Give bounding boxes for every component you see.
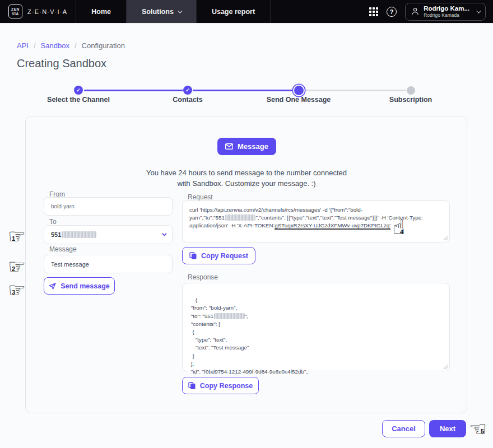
hand-right-icon: ☞ bbox=[8, 225, 26, 248]
info-text-line1: You have 24 hours to send message to the… bbox=[0, 169, 493, 177]
annotation-pointer-5: ☜ 5 bbox=[469, 419, 487, 439]
copy-request-label: Copy Request bbox=[201, 252, 248, 260]
send-message-label: Send message bbox=[61, 282, 110, 290]
message-channel-label: Message bbox=[238, 142, 268, 151]
chevron-down-icon bbox=[476, 8, 481, 13]
response-label: Response bbox=[188, 273, 218, 281]
step-label-subscription: Subscription bbox=[360, 96, 461, 104]
to-label: To bbox=[49, 218, 57, 226]
to-phone-value: 551 0000000000 bbox=[51, 231, 96, 238]
logo-line1: ZEN bbox=[11, 7, 20, 11]
zenvia-logo[interactable]: ZEN VIA Z·E·N·V·I·A bbox=[0, 0, 76, 23]
step-circle-contacts: ✓ bbox=[183, 86, 192, 95]
resize-handle[interactable] bbox=[443, 365, 448, 369]
copy-response-button[interactable]: Copy Response bbox=[182, 377, 259, 394]
user-name-short: Rodrigo Kam... bbox=[424, 5, 469, 13]
hand-left-icon: ☜ bbox=[469, 417, 487, 440]
apps-grid-icon[interactable] bbox=[369, 7, 378, 16]
step-label-send-one-message: Send One Message bbox=[248, 96, 349, 104]
request-label: Request bbox=[188, 193, 213, 201]
annotation-number-2: 2 bbox=[12, 266, 15, 272]
check-icon: ✓ bbox=[76, 87, 81, 93]
nav-home-label: Home bbox=[91, 8, 111, 16]
to-phone-redacted: 0000000000 bbox=[62, 231, 96, 238]
breadcrumb-sandbox[interactable]: Sandbox bbox=[41, 41, 69, 50]
message-channel-button[interactable]: Message bbox=[217, 138, 276, 155]
stepper-line-1 bbox=[84, 90, 183, 91]
breadcrumb-separator: / bbox=[34, 41, 36, 50]
nav-item-home[interactable]: Home bbox=[76, 0, 127, 23]
user-names: Rodrigo Kam... Rodrigo Kamada bbox=[424, 5, 469, 18]
copy-request-button[interactable]: Copy Request bbox=[182, 247, 255, 264]
breadcrumb-current: Configuration bbox=[82, 41, 125, 50]
to-phone-prefix: 551 bbox=[51, 231, 61, 238]
info-text-line2: with Sandbox. Customize your message. :) bbox=[0, 179, 493, 188]
message-input[interactable] bbox=[44, 255, 173, 273]
request-phone-redacted: 0000000000 bbox=[225, 214, 256, 221]
user-name-full: Rodrigo Kamada bbox=[424, 12, 469, 18]
breadcrumb: API / Sandbox / Configuration bbox=[17, 41, 125, 50]
copy-icon bbox=[188, 382, 196, 389]
hand-right-icon: ☞ bbox=[8, 255, 26, 278]
resize-handle[interactable] bbox=[443, 236, 448, 240]
cancel-button[interactable]: Cancel bbox=[382, 420, 425, 437]
user-menu[interactable]: Rodrigo Kam... Rodrigo Kamada bbox=[405, 3, 486, 21]
annotation-number-1: 1 bbox=[12, 236, 15, 242]
top-navbar: ZEN VIA Z·E·N·V·I·A Home Solutions Usage… bbox=[0, 0, 493, 24]
brand-wordmark: Z·E·N·V·I·A bbox=[27, 8, 67, 15]
from-input[interactable] bbox=[44, 197, 173, 216]
step-circle-subscription bbox=[407, 86, 415, 95]
annotation-pointer-4: ☝ 4 bbox=[393, 217, 405, 237]
annotation-number-4: 4 bbox=[400, 229, 403, 235]
message-label: Message bbox=[49, 245, 77, 253]
nav-solutions-label: Solutions bbox=[142, 8, 174, 16]
stepper-line-3 bbox=[305, 90, 406, 91]
step-label-select-channel: Select the Channel bbox=[28, 96, 129, 104]
creating-sandbox-page: ZEN VIA Z·E·N·V·I·A Home Solutions Usage… bbox=[0, 0, 493, 448]
response-phone-redacted: 0000000000 bbox=[214, 313, 245, 319]
nav-item-solutions[interactable]: Solutions bbox=[127, 0, 197, 23]
navbar-right: ? Rodrigo Kam... Rodrigo Kamada bbox=[369, 0, 493, 23]
nav-usage-report-label: Usage report bbox=[212, 8, 255, 16]
zenvia-logo-icon: ZEN VIA bbox=[8, 4, 22, 18]
annotation-pointer-1: ☞ 1 bbox=[8, 226, 26, 246]
step-circle-send-one-message bbox=[294, 86, 304, 95]
annotation-pointer-2: ☞ 2 bbox=[8, 256, 26, 277]
user-icon bbox=[411, 7, 419, 16]
annotation-number-3: 3 bbox=[12, 290, 15, 296]
copy-response-label: Copy Response bbox=[200, 382, 253, 390]
stepper-line-2 bbox=[193, 90, 294, 91]
copy-icon bbox=[189, 252, 197, 259]
hand-right-icon: ☞ bbox=[8, 278, 26, 301]
page-title: Creating Sandbox bbox=[17, 57, 106, 70]
request-curl-box[interactable]: curl 'https://api.zenvia.com/v2/channels… bbox=[182, 200, 450, 242]
breadcrumb-api[interactable]: API bbox=[17, 41, 29, 50]
help-icon[interactable]: ? bbox=[387, 7, 397, 17]
annotation-pointer-3: ☞ 3 bbox=[8, 280, 26, 300]
step-circle-select-channel: ✓ bbox=[74, 86, 83, 95]
chevron-down-icon bbox=[178, 8, 182, 13]
envelope-icon bbox=[225, 143, 233, 150]
next-button[interactable]: Next bbox=[429, 420, 466, 437]
send-message-button[interactable]: Send message bbox=[44, 277, 115, 295]
response-json-box[interactable]: { "from": "bold-yarn", "to": "5510000000… bbox=[182, 283, 450, 371]
nav-item-usage-report[interactable]: Usage report bbox=[197, 0, 271, 23]
to-phone-select[interactable]: 551 0000000000 bbox=[44, 225, 173, 244]
step-label-contacts: Contacts bbox=[137, 96, 238, 104]
chevron-down-icon bbox=[162, 231, 166, 236]
logo-line2: VIA bbox=[12, 12, 19, 16]
annotation-number-5: 5 bbox=[481, 428, 484, 435]
paper-plane-icon bbox=[49, 283, 56, 290]
request-api-token: gSTuqxR2rsXY-UJGzdXFMWv-uvp7DKPtGLzq' bbox=[275, 222, 390, 230]
breadcrumb-separator: / bbox=[75, 41, 77, 50]
check-icon: ✓ bbox=[185, 87, 190, 93]
